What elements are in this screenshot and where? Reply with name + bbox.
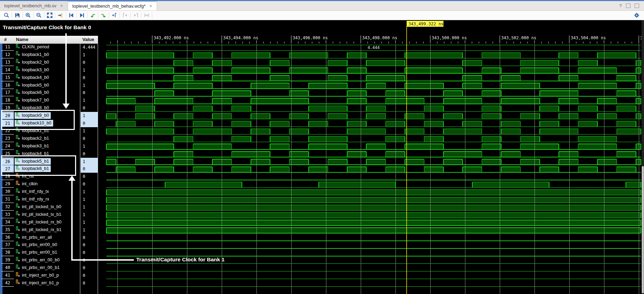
column-header-name[interactable]: Name [16,37,28,42]
signal-row-int_prbs_err_00_b0[interactable]: 39 int_prbs_err_00_b00 [0,256,98,264]
help-icon[interactable]: ? [619,3,622,8]
column-header-value[interactable]: Value [82,37,94,42]
signal-name-chip[interactable]: int_prbs_err_00_b1 [15,264,61,271]
close-icon[interactable]: × [59,3,64,8]
signal-name-chip[interactable]: loopback5_b1 [15,158,51,165]
wave-scrollbar-thumb[interactable] [642,166,644,293]
fit-selection-icon[interactable] [142,11,151,19]
signal-name-chip[interactable]: loopback6_b1 [15,165,51,172]
signal-row-loopback7_b0[interactable]: 18 loopback7_b01 [0,97,98,104]
zoom-out-icon[interactable] [34,11,43,19]
signal-name-chip[interactable]: loopback1_b0 [15,51,51,58]
signal-name-chip[interactable]: loopback3_b1 [15,143,51,149]
signal-name-chip[interactable]: int_pll_locked_rx_b0 [15,219,63,226]
signal-name-chip[interactable]: int_clkin [15,181,39,187]
signal-row-loopback3_b0[interactable]: 14 loopback3_b01 [0,66,98,74]
row-index: 15 [1,74,14,81]
tab-source-file[interactable]: toplevel_testbench_mb.sv × [0,1,68,10]
waveform-canvas[interactable]: 4.444343,492.000 ns343,494.000 ns343,496… [99,20,644,294]
signal-row-loopback8_b0[interactable]: 19 loopback8_b00 [0,104,98,112]
signal-name-chip[interactable]: loopback9_b0 [15,112,51,119]
signal-row-loopback6_b1[interactable]: 27 loopback6_b10 [0,165,98,173]
settings-icon[interactable] [632,11,644,19]
signal-name-chip[interactable]: CLKIN_period [15,44,51,50]
add-marker-icon[interactable] [110,11,119,19]
toolbar-separator [23,12,23,18]
column-header-index[interactable]: # [4,37,7,42]
signal-name-chip[interactable]: loopback3_b0 [15,67,51,73]
signal-row-int_intf_rdy_rx[interactable]: 31 int_intf_rdy_rx1 [0,196,98,203]
previous-icon[interactable] [67,11,76,19]
signal-row-loopback10_b0[interactable]: 21 loopback10_b00 [0,120,98,127]
tab-wave-config[interactable]: toplevel_testbench_mb_behav.wcfg* × [68,1,157,10]
search-icon[interactable] [2,11,11,19]
signal-name-chip[interactable]: int_intf_rdy_rx [15,196,51,203]
signal-row-int_pll_locked_tx_b1[interactable]: 33 int_pll_locked_tx_b11 [0,211,98,219]
signal-name-chip[interactable]: loopback2_b0 [15,59,51,66]
signal-name-chip[interactable]: loopback8_b0 [15,105,51,111]
signal-row-loopback3_b1[interactable]: 24 loopback3_b11 [0,142,98,150]
zoom-fit-icon[interactable] [45,11,54,19]
signal-name-chip[interactable]: loopback7_b0 [15,97,51,104]
signal-name-chip[interactable]: loopback4_b1 [15,150,51,157]
signal-name-chip[interactable]: int_prbs_err00_b0 [15,242,59,248]
signal-name-chip[interactable]: int_prbs_err_00_b0 [15,257,61,263]
signal-name-chip[interactable]: loopback1_b1 [15,128,51,134]
signal-name-chip[interactable]: int_pll_locked_rx_b1 [15,227,63,233]
signal-name-chip[interactable]: int_rst [15,173,35,180]
previous-transition-icon[interactable] [88,11,97,19]
signal-row-int_pll_locked_tx_b0[interactable]: 32 int_pll_locked_tx_b01 [0,203,98,211]
signal-name-chip[interactable]: loopback6_b0 [15,89,51,96]
signal-name-chip[interactable]: loopback5_b0 [15,82,51,89]
row-index: 17 [1,89,14,96]
maximize-window-icon[interactable] [635,3,639,8]
signal-row-int_prbs_err00_b0[interactable]: 37 int_prbs_err00_b00 [0,241,98,249]
signal-row-int_inject_err_b1_p[interactable]: 42 int_inject_err_b1_p0 [0,279,98,287]
signal-name-chip[interactable]: int_pll_locked_tx_b1 [15,211,63,218]
signal-value: 0 [81,173,98,180]
signal-panel: Transmit/Capture Clock for Bank 0 # Name… [0,20,99,294]
signal-name-chip[interactable]: loopback2_b1 [15,135,51,142]
signal-row-int_intf_rdy_tx[interactable]: 30 int_intf_rdy_tx1 [0,188,98,196]
signal-row-loopback9_b0[interactable]: 20 loopback9_b01 [0,112,98,120]
signal-row-loopback1_b1[interactable]: 22 loopback1_b11 [0,127,98,135]
signal-row-int_rst[interactable]: 28 int_rst0 [0,173,98,180]
next-icon[interactable] [78,11,87,19]
signal-row-loopback6_b0[interactable]: 17 loopback6_b00 [0,89,98,97]
signal-row-loopback5_b0[interactable]: 16 loopback5_b01 [0,82,98,89]
signal-row-loopback2_b1[interactable]: 23 loopback2_b10 [0,135,98,142]
zoom-in-icon[interactable] [24,11,33,19]
signal-name-chip[interactable]: int_prbs_err_all [15,234,54,241]
signal-row-loopback2_b0[interactable]: 13 loopback2_b00 [0,59,98,66]
signal-row-loopback1_b0[interactable]: 12 loopback1_b01 [0,51,98,59]
signal-row-int_pll_locked_rx_b0[interactable]: 34 int_pll_locked_rx_b01 [0,219,98,226]
signal-value: 1 [81,226,98,234]
signal-name-chip[interactable]: loopback10_b0 [15,120,53,126]
save-icon[interactable] [13,11,22,19]
signal-name-chip[interactable]: int_inject_err_b1_p [15,280,60,286]
signal-name-chip[interactable]: loopback4_b0 [15,74,51,81]
previous-marker-icon[interactable] [121,11,130,19]
signal-name-chip[interactable]: int_inject_err_b0_p [15,272,60,279]
signal-name-chip[interactable]: int_intf_rdy_tx [15,188,51,195]
signal-row-int_prbs_err_00_b1[interactable]: 40 int_prbs_err_00_b10 [0,264,98,272]
signal-row-int_prbs_err00_b1[interactable]: 38 int_prbs_err00_b10 [0,249,98,256]
signal-name-chip[interactable]: int_pll_locked_tx_b0 [15,204,63,210]
signal-name-chip[interactable]: int_prbs_err00_b1 [15,249,59,256]
signal-row-int_inject_err_b0_p[interactable]: 41 int_inject_err_b0_p0 [0,272,98,279]
signal-row-CLKIN_period[interactable]: 11 CLKIN_period4.444 [0,43,98,51]
signal-row-loopback4_b1[interactable]: 25 loopback4_b10 [0,150,98,158]
close-icon[interactable]: × [149,3,153,9]
next-transition-icon[interactable] [99,11,108,19]
float-window-icon[interactable] [626,3,630,8]
signal-rows: 11 CLKIN_period4.44412 loopback1_b0113 l… [0,43,98,294]
signal-row-loopback5_b1[interactable]: 26 loopback5_b11 [0,158,98,165]
signal-row-int_pll_locked_rx_b1[interactable]: 35 int_pll_locked_rx_b11 [0,226,98,234]
row-index: 20 [1,112,14,119]
next-marker-icon[interactable] [131,11,140,19]
signal-row-loopback4_b0[interactable]: 15 loopback4_b00 [0,74,98,82]
signal-row-int_prbs_err_all[interactable]: 36 int_prbs_err_all0 [0,234,98,242]
go-to-cursor-icon[interactable] [56,11,65,19]
svg-text:343,492.000 ns: 343,492.000 ns [154,35,189,40]
signal-row-int_clkin[interactable]: 29 int_clkin0 [0,180,98,188]
